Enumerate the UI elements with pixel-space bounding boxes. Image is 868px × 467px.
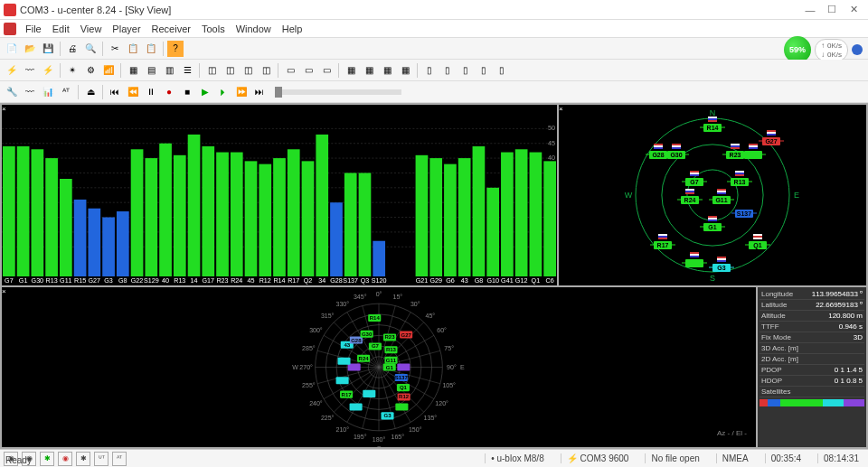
sb-btn-6[interactable]: ᵁᵀ	[94, 452, 108, 466]
msg2-icon[interactable]: ▭	[300, 62, 316, 79]
msg3-icon[interactable]: ▭	[318, 62, 335, 79]
forward-icon[interactable]: ⏩	[233, 84, 250, 100]
svg-text:G12: G12	[515, 277, 528, 285]
layout5-icon[interactable]: ▯	[494, 62, 510, 79]
layout3-icon[interactable]: ▯	[458, 62, 474, 79]
menu-help[interactable]: Help	[277, 23, 308, 34]
eject-icon[interactable]: ⏏	[82, 84, 99, 100]
svg-rect-90	[543, 161, 556, 276]
status-port: ⚡ COM3 9600	[561, 453, 635, 463]
tool-b-icon[interactable]: 〰	[22, 84, 38, 100]
sb-btn-3[interactable]: ✱	[40, 452, 54, 466]
svg-rect-283	[336, 377, 349, 384]
menu-file[interactable]: File	[20, 23, 47, 34]
play-icon[interactable]: ▶	[197, 84, 213, 100]
connect-icon[interactable]: ⚡	[4, 62, 20, 79]
svg-text:135°: 135°	[424, 415, 438, 421]
save-icon[interactable]: 💾	[40, 41, 56, 57]
view2-icon[interactable]: ▤	[143, 62, 159, 79]
svg-text:195°: 195°	[354, 434, 367, 440]
svg-point-94	[687, 170, 738, 220]
win4-icon[interactable]: ◫	[258, 62, 274, 79]
new-icon[interactable]: 📄	[4, 41, 20, 57]
svg-text:G11: G11	[715, 197, 727, 203]
skip-end-icon[interactable]: ⏭	[251, 84, 268, 100]
preview-icon[interactable]: 🔍	[82, 41, 99, 57]
panel-close-icon[interactable]: ×	[559, 105, 568, 114]
grid2-icon[interactable]: ▦	[361, 62, 377, 79]
minimize-button[interactable]: —	[799, 3, 821, 17]
sb-btn-7[interactable]: ᴬᵀ	[112, 452, 127, 466]
layout4-icon[interactable]: ▯	[476, 62, 492, 79]
svg-text:G28: G28	[351, 338, 362, 343]
satellites-strip	[760, 399, 864, 406]
menu-player[interactable]: Player	[107, 23, 146, 34]
svg-text:G21: G21	[416, 277, 429, 285]
sb-btn-4[interactable]: ◉	[58, 452, 72, 466]
msg1-icon[interactable]: ▭	[282, 62, 298, 79]
svg-rect-167	[658, 234, 667, 236]
svg-text:330°: 330°	[336, 301, 350, 307]
svg-rect-173	[753, 234, 762, 236]
panel-close-icon[interactable]: ×	[2, 287, 11, 296]
skip-start-icon[interactable]: ⏮	[107, 84, 123, 100]
paste-icon[interactable]: 📋	[143, 41, 159, 57]
svg-rect-99	[708, 117, 717, 118]
grid4-icon[interactable]: ▦	[397, 62, 413, 79]
close-button[interactable]: ✕	[843, 3, 864, 17]
svg-rect-186	[690, 254, 699, 256]
sb-btn-5[interactable]: ✱	[76, 452, 90, 466]
target-icon[interactable]: ✴	[64, 62, 80, 79]
grid3-icon[interactable]: ▦	[379, 62, 395, 79]
view3-icon[interactable]: ▥	[161, 62, 177, 79]
menu-edit[interactable]: Edit	[47, 23, 75, 34]
view4-icon[interactable]: ☰	[179, 62, 195, 79]
grid1-icon[interactable]: ▦	[343, 62, 359, 79]
cut-icon[interactable]: ✂	[107, 41, 123, 57]
pause-icon[interactable]: ⏸	[143, 84, 159, 100]
svg-text:R15: R15	[74, 277, 86, 285]
step-icon[interactable]: ⏵	[215, 84, 231, 100]
svg-rect-32	[102, 218, 115, 276]
menu-receiver[interactable]: Receiver	[146, 23, 196, 34]
svg-text:E: E	[794, 191, 799, 200]
print-icon[interactable]: 🖨	[64, 41, 80, 57]
svg-text:105°: 105°	[442, 382, 456, 388]
svg-text:Q1: Q1	[400, 385, 408, 390]
svg-text:W: W	[292, 364, 298, 370]
menu-window[interactable]: Window	[231, 23, 277, 34]
flash-icon[interactable]: ⚡	[40, 62, 56, 79]
svg-rect-58	[288, 149, 300, 276]
panel-close-icon[interactable]: ×	[2, 105, 11, 114]
svg-rect-100	[708, 118, 717, 120]
tool-d-icon[interactable]: ᴬᵀ	[58, 84, 74, 100]
svg-rect-282	[350, 403, 363, 410]
svg-text:R24: R24	[684, 197, 696, 203]
tool-a-icon[interactable]: 🔧	[4, 84, 20, 100]
win3-icon[interactable]: ◫	[240, 62, 256, 79]
menu-view[interactable]: View	[75, 23, 108, 34]
svg-rect-152	[717, 189, 726, 191]
win1-icon[interactable]: ◫	[203, 62, 220, 79]
svg-text:G28: G28	[330, 277, 343, 285]
open-icon[interactable]: 📂	[22, 41, 38, 57]
svg-text:S137: S137	[395, 375, 409, 380]
record-icon[interactable]: ●	[161, 84, 177, 100]
layout1-icon[interactable]: ▯	[421, 62, 438, 79]
view-icon[interactable]: ▦	[125, 62, 141, 79]
svg-rect-141	[735, 173, 744, 174]
wave-icon[interactable]: 〰	[22, 62, 38, 79]
gear-icon[interactable]: ⚙	[82, 62, 99, 79]
maximize-button[interactable]: ☐	[821, 3, 843, 17]
seek-slider[interactable]	[275, 89, 401, 95]
menu-tools[interactable]: Tools	[196, 23, 231, 34]
tool-c-icon[interactable]: 📊	[40, 84, 56, 100]
stop-icon[interactable]: ■	[179, 84, 195, 100]
layout2-icon[interactable]: ▯	[439, 62, 456, 79]
win2-icon[interactable]: ◫	[222, 62, 238, 79]
help-icon[interactable]: ?	[167, 41, 184, 57]
rewind-icon[interactable]: ⏪	[125, 84, 141, 100]
copy-icon[interactable]: 📋	[125, 41, 141, 57]
signal-icon[interactable]: 📶	[100, 62, 117, 79]
svg-rect-38	[145, 158, 157, 276]
